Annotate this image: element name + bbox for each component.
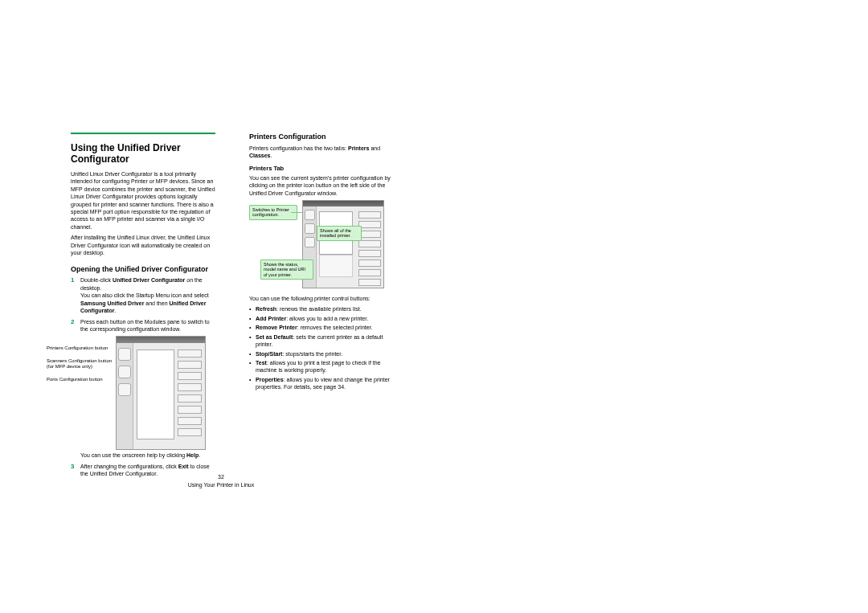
step-number: 2 bbox=[71, 318, 80, 333]
opening-heading: Opening the Unified Driver Configurator bbox=[71, 265, 215, 274]
text: and bbox=[369, 145, 380, 151]
modules-sidebar bbox=[117, 343, 133, 449]
text-bold: Set as Default bbox=[256, 334, 293, 340]
text-bold: Refresh bbox=[256, 306, 276, 312]
mock-button bbox=[178, 394, 202, 403]
text: Printers configuration has the two tabs: bbox=[249, 145, 348, 151]
list-item: Stop/Start: stops/starts the printer. bbox=[249, 350, 394, 358]
port-icon bbox=[118, 383, 131, 396]
text-bold: Classes bbox=[249, 153, 270, 158]
help-note: You can use the onscreen help by clickin… bbox=[71, 452, 215, 459]
callout-installed: Shows all of the installed printer. bbox=[317, 226, 362, 241]
printers-tab-heading: Printers Tab bbox=[249, 165, 394, 172]
printer-icon bbox=[305, 210, 315, 220]
footer-section: Using Your Printer in Linux bbox=[0, 482, 442, 488]
mock-button bbox=[178, 361, 202, 369]
text-bold: Printers bbox=[348, 145, 369, 151]
page: Using the Unified Driver Configurator Un… bbox=[0, 0, 868, 613]
text-bold: Exit bbox=[178, 464, 189, 469]
mock-button bbox=[358, 211, 381, 219]
button-column bbox=[358, 211, 381, 288]
text: Double-click bbox=[80, 277, 113, 283]
list-item: Properties: allows you to view and chang… bbox=[249, 376, 394, 391]
text: : allows you to add a new printer. bbox=[286, 316, 368, 321]
controls-intro: You can use the following printer contro… bbox=[249, 295, 394, 302]
window-mock bbox=[116, 336, 206, 450]
mock-button bbox=[358, 240, 381, 247]
text: You can also click the Startup Menu icon… bbox=[80, 292, 209, 298]
text-bold: Help bbox=[186, 452, 199, 458]
text: and then bbox=[144, 300, 169, 306]
mock-button bbox=[178, 383, 202, 391]
label-printers: Printers Configuration button bbox=[47, 345, 115, 352]
step-1: 1 Double-click Unified Driver Configurat… bbox=[71, 276, 215, 314]
status-box bbox=[319, 255, 353, 277]
step-number: 1 bbox=[71, 276, 80, 314]
main-pane bbox=[317, 206, 383, 288]
printers-config-heading: Printers Configuration bbox=[249, 133, 394, 141]
main-pane bbox=[133, 343, 205, 449]
tabs-para: Printers configuration has the two tabs:… bbox=[249, 145, 394, 160]
printer-icon bbox=[118, 348, 131, 361]
scanner-icon bbox=[118, 366, 131, 378]
list-item: Refresh: renews the available printers l… bbox=[249, 305, 394, 313]
page-number: 32 bbox=[0, 474, 442, 480]
printers-tab-para: You can see the current system's printer… bbox=[249, 174, 394, 197]
controls-list: Refresh: renews the available printers l… bbox=[249, 305, 394, 390]
list-item: Add Printer: allows you to add a new pri… bbox=[249, 315, 394, 322]
text-bold: Properties bbox=[256, 377, 284, 382]
callout-switch: Switches to Printer configuration. bbox=[249, 205, 297, 220]
port-icon bbox=[305, 237, 315, 247]
list-item: Test: allows you to print a test page to… bbox=[249, 359, 394, 374]
label-ports: Ports Configuration button bbox=[47, 377, 115, 383]
text-bold: Unified Driver Configurator bbox=[113, 277, 185, 283]
list-box bbox=[137, 349, 174, 439]
text-bold: Samsung Unified Driver bbox=[80, 300, 144, 306]
text: You can use the onscreen help by clickin… bbox=[80, 452, 186, 458]
text-bold: Stop/Start bbox=[256, 351, 282, 357]
window-body bbox=[303, 206, 383, 288]
window-mock bbox=[302, 200, 384, 288]
step-2: 2 Press each button on the Modules pane … bbox=[71, 318, 215, 333]
list-item: Set as Default: sets the current printer… bbox=[249, 333, 394, 349]
titlebar bbox=[117, 337, 205, 343]
callout-status: Shows the status, model name and URI of … bbox=[260, 260, 313, 280]
text: . bbox=[114, 308, 116, 313]
mock-button bbox=[178, 372, 202, 380]
text-bold: Add Printer bbox=[256, 316, 286, 321]
mock-button bbox=[358, 260, 381, 267]
text-bold: Remove Printer bbox=[256, 325, 297, 330]
titlebar bbox=[303, 201, 383, 206]
text: . bbox=[270, 153, 272, 158]
intro-para-1: Unified Linux Driver Configurator is a t… bbox=[71, 170, 215, 231]
mock-button bbox=[358, 231, 381, 238]
label-scanners: Scanners Configuration button (for MFP d… bbox=[47, 358, 115, 370]
mock-button bbox=[178, 417, 202, 425]
mock-button bbox=[178, 406, 202, 414]
text: : removes the selected printer. bbox=[297, 325, 373, 330]
configurator-screenshot: Printers Configuration button Scanners C… bbox=[71, 336, 215, 448]
step-body: Double-click Unified Driver Configurator… bbox=[80, 276, 215, 314]
text: . bbox=[199, 452, 200, 458]
right-column: Printers Configuration Printers configur… bbox=[249, 133, 394, 394]
text: : renews the available printers list. bbox=[276, 306, 361, 312]
mock-button bbox=[358, 269, 381, 276]
button-column bbox=[178, 349, 202, 439]
step-body: Press each button on the Modules pane to… bbox=[80, 318, 215, 333]
window-body bbox=[117, 343, 205, 449]
list-item: Remove Printer: removes the selected pri… bbox=[249, 324, 394, 331]
left-column: Using the Unified Driver Configurator Un… bbox=[71, 133, 215, 481]
mock-button bbox=[358, 221, 381, 228]
printers-tab-screenshot: Switches to Printer configuration. bbox=[249, 200, 394, 288]
intro-para-2: After installing the Unified Linux drive… bbox=[71, 234, 215, 256]
mock-button bbox=[178, 428, 202, 436]
text-bold: Test bbox=[256, 360, 267, 366]
title-rule bbox=[71, 133, 215, 137]
main-title: Using the Unified Driver Configurator bbox=[71, 142, 215, 166]
screenshot-labels: Printers Configuration button Scanners C… bbox=[47, 345, 115, 389]
mock-button bbox=[358, 279, 381, 286]
text: : stops/starts the printer. bbox=[282, 351, 342, 357]
text: : allows you to print a test page to che… bbox=[256, 360, 381, 373]
mock-button bbox=[178, 349, 202, 358]
mock-button bbox=[358, 250, 381, 257]
